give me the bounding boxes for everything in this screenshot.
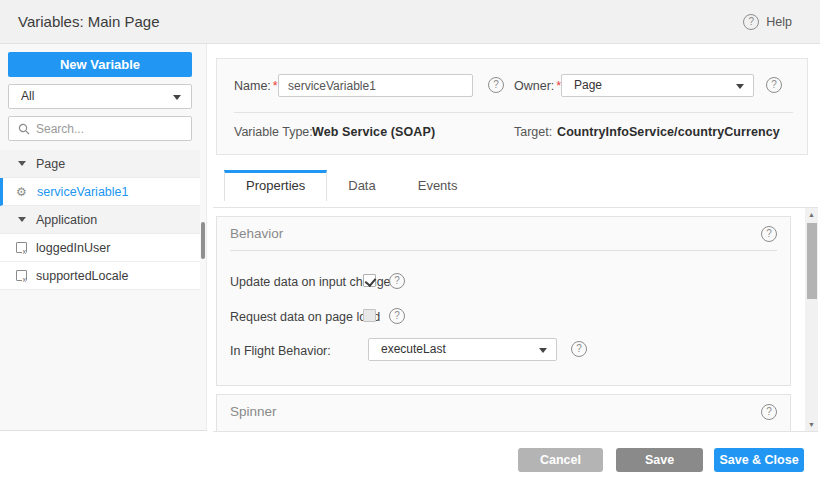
update-data-help-icon[interactable]: ?	[389, 273, 405, 289]
target-value: CountryInfoService/countryCurrency	[557, 125, 780, 139]
tab-data[interactable]: Data	[327, 170, 396, 201]
tree-item-label: supportedLocale	[36, 269, 128, 283]
content-scrollbar[interactable]: ▲ ▼	[805, 208, 818, 431]
request-data-checkbox[interactable]	[363, 309, 376, 322]
variable-type-value: Web Service (SOAP)	[312, 125, 435, 139]
variable-filter-select[interactable]: All	[8, 84, 192, 109]
owner-label: Owner:*	[514, 79, 561, 93]
variable-filter-value: All	[21, 89, 34, 103]
tree-item-loggedinuser[interactable]: x loggedInUser	[0, 234, 200, 262]
variable-type-label: Variable Type:	[234, 125, 313, 139]
in-flight-label: In Flight Behavior:	[230, 344, 331, 358]
properties-scroll-area: Behavior ? Update data on input change ?…	[213, 207, 818, 432]
divider	[230, 431, 777, 432]
tree-group-label: Page	[36, 157, 65, 171]
cancel-button[interactable]: Cancel	[518, 448, 603, 472]
page-title: Variables: Main Page	[18, 0, 159, 44]
target-label: Target:	[514, 125, 552, 139]
spinner-section-title: Spinner	[230, 404, 277, 419]
save-and-close-button[interactable]: Save & Close	[714, 448, 804, 472]
name-field[interactable]	[278, 74, 473, 97]
collapse-arrow-icon	[18, 217, 26, 222]
tree-group-label: Application	[36, 213, 97, 227]
variable-summary-panel: Name:* ? Owner:* Page ? Variable Type: W…	[216, 58, 808, 155]
tab-properties[interactable]: Properties	[224, 170, 327, 201]
behavior-help-icon[interactable]: ?	[761, 226, 777, 242]
save-button[interactable]: Save	[616, 448, 703, 472]
tree-item-supportedlocale[interactable]: x supportedLocale	[0, 262, 200, 290]
spinner-help-icon[interactable]: ?	[761, 404, 777, 420]
static-variable-icon: x	[16, 270, 27, 281]
new-variable-button[interactable]: New Variable	[8, 52, 192, 77]
behavior-section-title: Behavior	[230, 226, 283, 241]
chevron-down-icon	[173, 95, 181, 100]
variables-sidebar: New Variable All Page ⚙ serviceVariable1…	[0, 44, 207, 431]
behavior-section: Behavior ? Update data on input change ?…	[216, 216, 791, 386]
scroll-down-icon[interactable]: ▼	[805, 418, 818, 431]
window-header: Variables: Main Page ? Help	[0, 0, 820, 44]
tree-group-page[interactable]: Page	[0, 150, 200, 178]
search-input[interactable]	[36, 122, 176, 136]
tree-item-label: loggedInUser	[36, 241, 110, 255]
name-label: Name:*	[234, 79, 278, 93]
variable-editor: Name:* ? Owner:* Page ? Variable Type: W…	[207, 44, 820, 487]
scroll-up-icon[interactable]: ▲	[805, 208, 818, 221]
search-box[interactable]	[8, 116, 192, 141]
in-flight-value: executeLast	[381, 342, 446, 356]
name-help-icon[interactable]: ?	[488, 77, 504, 93]
tree-group-application[interactable]: Application	[0, 206, 200, 234]
content-scrollbar-thumb[interactable]	[807, 223, 817, 299]
request-data-help-icon[interactable]: ?	[389, 308, 405, 324]
web-service-variable-icon: ⚙	[16, 186, 29, 198]
in-flight-select[interactable]: executeLast	[368, 338, 557, 361]
owner-value: Page	[574, 78, 602, 92]
help-label: Help	[766, 15, 792, 29]
static-variable-icon: x	[16, 242, 27, 253]
help-icon: ?	[743, 14, 759, 30]
divider	[230, 250, 777, 251]
editor-tabs: Properties Data Events	[224, 170, 478, 201]
tab-events[interactable]: Events	[397, 170, 479, 201]
owner-select[interactable]: Page	[561, 74, 754, 97]
chevron-down-icon	[736, 84, 744, 89]
tree-item-servicevariable1[interactable]: ⚙ serviceVariable1	[0, 178, 200, 206]
required-asterisk: *	[273, 79, 278, 93]
variables-tree: Page ⚙ serviceVariable1 Application x lo…	[0, 150, 200, 290]
sidebar-scrollbar-thumb[interactable]	[201, 222, 205, 259]
divider	[234, 112, 793, 113]
tree-item-label: serviceVariable1	[37, 185, 128, 199]
help-button[interactable]: ? Help	[743, 0, 792, 44]
owner-help-icon[interactable]: ?	[766, 77, 782, 93]
in-flight-help-icon[interactable]: ?	[571, 341, 587, 357]
request-data-label: Request data on page load	[230, 310, 380, 324]
collapse-arrow-icon	[18, 161, 26, 166]
search-icon	[18, 123, 30, 135]
update-data-checkbox[interactable]	[363, 274, 376, 287]
chevron-down-icon	[539, 348, 547, 353]
spinner-section: Spinner ?	[216, 394, 791, 432]
